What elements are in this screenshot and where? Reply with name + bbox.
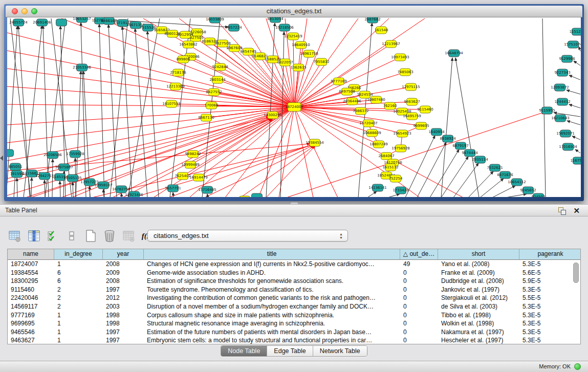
graph-edge[interactable]	[7, 86, 294, 107]
column-header-name[interactable]: name	[8, 249, 54, 260]
graph-edge[interactable]	[7, 107, 294, 125]
tab-edge-table[interactable]: Edge Table	[267, 346, 313, 356]
graph-edge[interactable]	[60, 26, 66, 197]
table-row[interactable]: 2242004622012Investigating the contribut…	[8, 294, 580, 302]
graph-edge[interactable]	[7, 69, 294, 107]
table-row[interactable]: 1456911722003Disruption of a novel membe…	[8, 302, 580, 311]
graph-edge[interactable]	[294, 107, 338, 197]
graph-edge[interactable]	[453, 163, 478, 197]
graph-edge[interactable]	[45, 180, 45, 197]
graph-edge[interactable]	[575, 149, 580, 153]
graph-node-label: 9657791	[165, 186, 181, 190]
table-row[interactable]: 977716911998Corpus callosum shape and si…	[8, 311, 580, 320]
graph-edge[interactable]	[506, 194, 527, 197]
collapse-panel-arrow-icon[interactable]	[0, 156, 3, 161]
graph-edge[interactable]	[214, 92, 294, 107]
graph-node-label: 9115955	[539, 108, 555, 113]
graph-edge[interactable]	[26, 118, 271, 197]
graph-edge[interactable]	[99, 24, 104, 197]
table-row[interactable]: 1938455462009Genome-wide association stu…	[8, 269, 580, 277]
row-checks-icon[interactable]	[46, 229, 59, 243]
network-svg[interactable]: 2405572420691406106532571527602846616010…	[7, 17, 581, 197]
graph-edge[interactable]	[455, 58, 479, 197]
graph-edge[interactable]	[388, 194, 400, 197]
table-row[interactable]: 969969511998Structural magnetic resonanc…	[8, 319, 580, 328]
graph-edge[interactable]	[569, 104, 580, 108]
graph-edge[interactable]	[492, 186, 515, 197]
graph-edge[interactable]	[405, 136, 435, 197]
table-select-dropdown[interactable]: citations_edges.txt ▲▼	[147, 230, 348, 242]
graph-edge[interactable]	[294, 107, 463, 197]
graph-edge[interactable]	[572, 136, 580, 140]
graph-edge[interactable]	[122, 27, 132, 197]
table-cell: de Silva et al. (2003)	[438, 302, 519, 311]
graph-edge[interactable]	[90, 186, 90, 197]
graph-edge[interactable]	[173, 192, 173, 197]
table-settings-icon[interactable]	[8, 229, 21, 243]
graph-edge[interactable]	[110, 18, 128, 197]
graph-node-label: 12942757	[35, 174, 54, 178]
graph-node[interactable]	[7, 149, 14, 157]
graph-edge[interactable]	[60, 181, 60, 197]
graph-edge[interactable]	[135, 29, 147, 197]
column-header-year[interactable]: year	[103, 249, 144, 260]
table-cell: 1	[54, 319, 103, 328]
delete-table-icon[interactable]	[103, 229, 116, 243]
network-window-titlebar[interactable]: citations_edges.txt	[6, 6, 582, 17]
graph-edge[interactable]	[121, 193, 122, 197]
graph-edge[interactable]	[207, 194, 208, 197]
graph-edge[interactable]	[294, 18, 307, 107]
graph-node-label: 10688609	[363, 131, 381, 135]
graph-node[interactable]	[56, 19, 67, 26]
graph-edge[interactable]	[43, 26, 49, 197]
network-canvas[interactable]: 2405572420691406106532571527602846616010…	[7, 17, 581, 197]
graph-edge[interactable]	[31, 178, 32, 197]
table-cell: 1998	[103, 319, 144, 328]
graph-node-label: 8813054	[267, 17, 284, 21]
graph-node[interactable]	[252, 193, 263, 197]
graph-edge[interactable]	[567, 90, 580, 94]
tab-node-table[interactable]: Node Table	[221, 346, 267, 356]
table-row[interactable]: 911546021997Tourette syndrome. Phenomeno…	[8, 286, 580, 294]
table-cell: 6	[54, 269, 103, 277]
column-header-out_de[interactable]: △ out_de…	[400, 249, 438, 260]
close-panel-icon[interactable]: ✕	[573, 206, 580, 216]
table-row[interactable]: 946362711997Embryonic stem cells: a mode…	[8, 336, 580, 344]
column-header-pagerank[interactable]: pagerank	[519, 249, 581, 260]
new-table-icon[interactable]	[84, 229, 97, 243]
table-row[interactable]: 946554611997Estimation of the future num…	[8, 328, 580, 337]
tab-network-table[interactable]: Network Table	[313, 346, 367, 356]
graph-edge[interactable]	[567, 121, 580, 125]
graph-edge[interactable]	[367, 191, 377, 197]
graph-edge[interactable]	[574, 61, 580, 65]
graph-edge[interactable]	[128, 18, 160, 197]
table-cell: 0	[400, 336, 438, 344]
network-view-window[interactable]: citations_edges.txt 24055724206914061065…	[4, 4, 584, 201]
select-columns-icon[interactable]	[27, 229, 40, 243]
minimize-window-button[interactable]	[21, 8, 28, 14]
graph-node-label: 1244412	[554, 100, 570, 104]
graph-edge[interactable]	[103, 189, 104, 197]
zoom-window-button[interactable]	[31, 8, 37, 14]
column-header-short[interactable]: short	[438, 249, 519, 260]
merge-rows-icon[interactable]	[65, 229, 78, 243]
vertical-scrollbar-thumb[interactable]	[573, 262, 579, 283]
graph-edge[interactable]	[7, 107, 294, 179]
graph-edge[interactable]	[569, 75, 580, 80]
graph-edge[interactable]	[73, 182, 73, 197]
graph-edge[interactable]	[468, 171, 493, 197]
graph-edge[interactable]	[441, 157, 468, 197]
graph-edge[interactable]	[154, 107, 294, 197]
graph-edge[interactable]	[579, 47, 580, 51]
table-row[interactable]: 1830029562008Estimation of significance …	[8, 277, 580, 286]
graph-edge[interactable]	[17, 178, 17, 197]
float-panel-icon[interactable]	[558, 207, 565, 214]
graph-node-label: 19654923	[393, 132, 411, 136]
column-header-in_degree[interactable]: in_degree	[54, 249, 103, 260]
close-window-button[interactable]	[12, 8, 18, 14]
graph-edge[interactable]	[294, 107, 313, 197]
graph-node[interactable]	[239, 196, 250, 197]
table-row[interactable]: 1872400712008Changes of HCN gene express…	[8, 260, 580, 269]
table-cell: Disruption of a novel member of a sodium…	[144, 302, 400, 311]
column-header-title[interactable]: title	[144, 249, 400, 260]
